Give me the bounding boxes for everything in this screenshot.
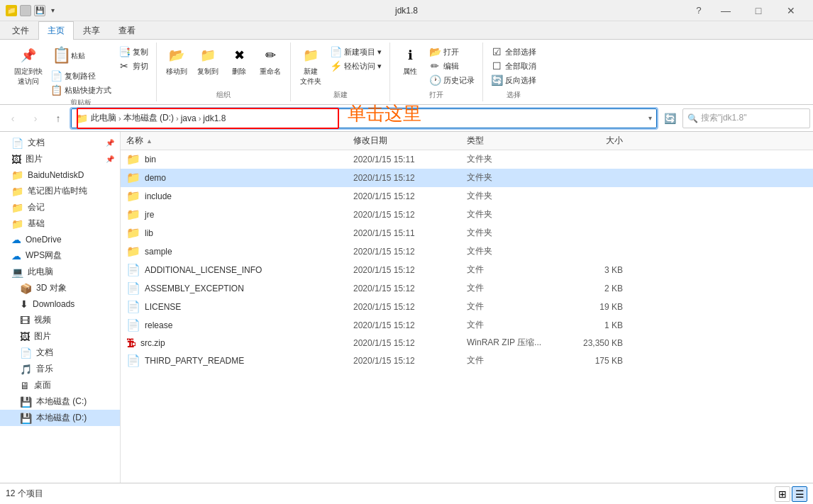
new-item-button[interactable]: 📄 新建项目 ▾	[328, 45, 384, 58]
pictures2-icon: 🖼	[20, 331, 30, 342]
title-dropdown-arrow[interactable]: ▾	[51, 6, 55, 14]
sidebar-item-label: 此电脑	[28, 266, 53, 278]
table-row[interactable]: 🗜 src.zip 2020/1/15 15:12 WinRAR ZIP 压缩.…	[121, 335, 813, 352]
column-name-header[interactable]: 名称 ▲	[126, 135, 353, 147]
title-controls: ? — □ ✕	[688, 0, 807, 21]
sidebar-item-notes-pics[interactable]: 📁 笔记图片临时纯	[0, 183, 120, 199]
sidebar-item-pictures[interactable]: 🖼 图片 📌	[0, 151, 120, 167]
app-icon-1: 📁	[6, 5, 17, 16]
table-row[interactable]: 📄 ADDITIONAL_LICENSE_INFO 2020/1/15 15:1…	[121, 261, 813, 279]
paste-button[interactable]: 📋 粘贴	[48, 44, 114, 67]
rename-button[interactable]: ✏ 重命名	[256, 44, 284, 78]
paste-shortcut-button[interactable]: 📋 粘贴快捷方式	[48, 84, 114, 96]
sidebar-item-pictures2[interactable]: 🖼 图片	[0, 328, 120, 345]
table-row[interactable]: 📄 THIRD_PARTY_README 2020/1/15 15:12 文件 …	[121, 352, 813, 370]
sidebar-item-videos[interactable]: 🎞 视频	[0, 312, 120, 328]
sidebar-item-label: 文档	[36, 347, 53, 359]
select-none-button[interactable]: ☐ 全部取消	[489, 60, 538, 72]
address-part-d[interactable]: 本地磁盘 (D:)	[123, 112, 174, 124]
edit-button[interactable]: ✏ 编辑	[427, 60, 477, 72]
table-row[interactable]: 📁 bin 2020/1/15 15:11 文件夹	[121, 150, 813, 169]
easy-access-button[interactable]: ⚡ 轻松访问 ▾	[328, 60, 384, 72]
organize-label: 组织	[216, 89, 231, 100]
select-label: 选择	[507, 89, 521, 100]
address-dropdown-arrow[interactable]: ▾	[648, 114, 652, 122]
table-row[interactable]: 📄 ASSEMBLY_EXCEPTION 2020/1/15 15:12 文件 …	[121, 279, 813, 298]
file-type: 文件夹	[467, 208, 552, 220]
minimize-button[interactable]: —	[709, 0, 742, 21]
file-date: 2020/1/15 15:11	[353, 228, 467, 238]
view-list-button[interactable]: ☰	[792, 486, 807, 502]
search-box[interactable]: 🔍 搜索"jdk1.8"	[682, 108, 810, 128]
maximize-button[interactable]: □	[742, 0, 775, 21]
forward-button[interactable]: ›	[26, 108, 45, 128]
table-row[interactable]: 📄 release 2020/1/15 15:12 文件 1 KB	[121, 316, 813, 335]
column-date-header[interactable]: 修改日期	[353, 135, 467, 147]
help-button[interactable]: ?	[688, 0, 709, 21]
history-button[interactable]: 🕐 历史记录	[427, 74, 477, 86]
cut-label: 剪切	[133, 61, 148, 72]
sidebar-item-this-pc[interactable]: 💻 此电脑	[0, 264, 120, 280]
edit-icon: ✏	[429, 60, 441, 72]
sidebar-item-3d[interactable]: 📦 3D 对象	[0, 280, 120, 296]
tab-view[interactable]: 查看	[109, 21, 145, 40]
notes-icon: 📁	[11, 186, 23, 197]
table-row[interactable]: 📁 include 2020/1/15 15:12 文件夹	[121, 187, 813, 206]
properties-button[interactable]: ℹ 属性	[396, 44, 424, 78]
column-type-header[interactable]: 类型	[467, 135, 552, 147]
open-button[interactable]: 📂 打开	[427, 45, 477, 58]
select-all-button[interactable]: ☑ 全部选择	[489, 45, 538, 58]
sidebar-item-label: 笔记图片临时纯	[28, 185, 87, 197]
copy-to-button[interactable]: 📁 复制到	[194, 44, 222, 78]
sidebar-item-onedrive[interactable]: ☁ OneDrive	[0, 232, 120, 247]
sidebar-item-local-d[interactable]: 💾 本地磁盘 (D:)	[0, 410, 120, 426]
address-part-java[interactable]: java	[181, 113, 197, 123]
delete-button[interactable]: ✖ 删除	[225, 44, 253, 78]
tab-share[interactable]: 共享	[74, 21, 109, 40]
tab-home[interactable]: 主页	[38, 21, 74, 40]
sidebar-item-baidu[interactable]: 📁 BaiduNetdiskD	[0, 167, 120, 183]
cut-button[interactable]: ✂ 剪切	[116, 60, 150, 72]
new-item-label: 新建项目 ▾	[344, 47, 382, 57]
new-folder-button[interactable]: 📁 新建文件夹	[297, 44, 325, 88]
table-row[interactable]: 📁 lib 2020/1/15 15:11 文件夹	[121, 224, 813, 242]
sidebar-item-meetings[interactable]: 📁 会记	[0, 199, 120, 215]
file-type: 文件夹	[467, 190, 552, 202]
copy-path-button[interactable]: 📄 复制路径	[48, 69, 114, 82]
table-row[interactable]: 📁 jre 2020/1/15 15:12 文件夹	[121, 206, 813, 224]
file-name-text: ADDITIONAL_LICENSE_INFO	[145, 265, 262, 275]
refresh-button[interactable]: 🔄	[660, 108, 680, 128]
file-name-text: src.zip	[140, 338, 165, 348]
sidebar-item-downloads[interactable]: ⬇ Downloads	[0, 296, 120, 312]
back-button[interactable]: ‹	[3, 108, 23, 128]
sidebar-item-music[interactable]: 🎵 音乐	[0, 361, 120, 377]
move-to-button[interactable]: 📂 移动到	[162, 44, 191, 78]
sidebar-item-wps[interactable]: ☁ WPS网盘	[0, 247, 120, 264]
up-button[interactable]: ↑	[48, 108, 68, 128]
view-detail-button[interactable]: ⊞	[775, 486, 790, 502]
close-button[interactable]: ✕	[775, 0, 807, 21]
tab-file[interactable]: 文件	[3, 21, 38, 40]
column-size-header[interactable]: 大小	[552, 135, 623, 147]
address-bar[interactable]: 📁 此电脑 › 本地磁盘 (D:) › java › jdk1.8 ▾	[71, 108, 657, 128]
easy-access-icon: ⚡	[330, 60, 341, 72]
sidebar-item-label: 桌面	[34, 379, 51, 391]
sidebar-item-documents[interactable]: 📄 文档 📌	[0, 135, 120, 151]
sidebar-item-desktop[interactable]: 🖥 桌面	[0, 377, 120, 393]
pin-to-quick-access-button[interactable]: 📌 固定到快速访问	[11, 44, 45, 88]
ribbon-tabs: 文件 主页 共享 查看	[0, 21, 813, 40]
sidebar-item-local-c[interactable]: 💾 本地磁盘 (C:)	[0, 393, 120, 410]
file-name-text: include	[145, 191, 172, 201]
address-bar-area: ‹ › ↑ 📁 此电脑 › 本地磁盘 (D:) › java › jdk1.8 …	[0, 105, 813, 132]
table-row[interactable]: 📁 sample 2020/1/15 15:12 文件夹	[121, 242, 813, 261]
file-type: 文件夹	[467, 245, 552, 257]
window-title: jdk1.8	[395, 6, 418, 16]
address-part-pc[interactable]: 此电脑	[91, 112, 116, 124]
table-row[interactable]: 📁 demo 2020/1/15 15:12 文件夹	[121, 169, 813, 187]
invert-selection-button[interactable]: 🔄 反向选择	[489, 74, 538, 86]
sidebar-item-basics[interactable]: 📁 基础	[0, 215, 120, 232]
sidebar-item-label: 3D 对象	[36, 282, 67, 294]
copy-button[interactable]: 📑 复制	[116, 45, 150, 58]
table-row[interactable]: 📄 LICENSE 2020/1/15 15:12 文件 19 KB	[121, 298, 813, 316]
sidebar-item-documents2[interactable]: 📄 文档	[0, 345, 120, 361]
